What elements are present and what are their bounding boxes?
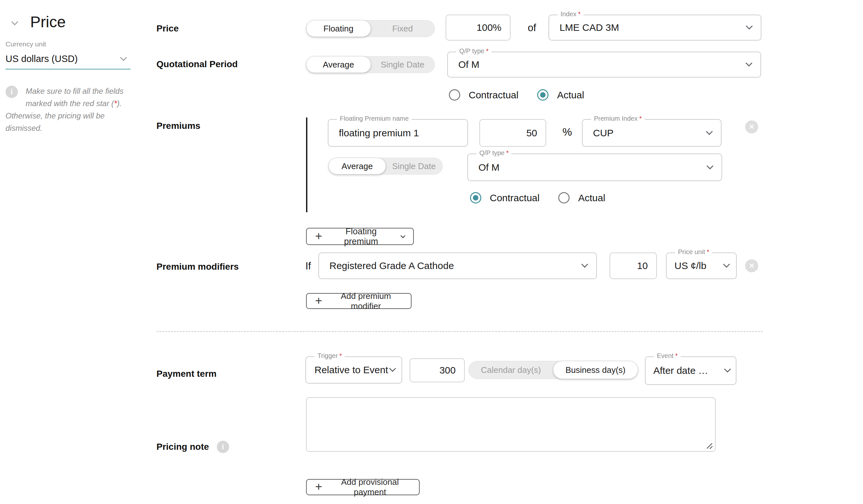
- premium-qp-mode-toggle: Average Single Date: [328, 158, 443, 175]
- event-select-label: Event*: [654, 352, 680, 360]
- textarea-resize-handle-icon[interactable]: [704, 440, 713, 449]
- chevron-down-icon: [400, 233, 405, 238]
- section-divider: [157, 331, 763, 332]
- payment-days-input[interactable]: [410, 358, 465, 382]
- add-provisional-payment-button[interactable]: + Add provisional payment: [306, 479, 420, 495]
- chevron-down-icon: [706, 162, 713, 169]
- radio-contractual[interactable]: Contractual: [449, 89, 518, 101]
- currency-unit-value: US dollars (USD): [5, 53, 78, 64]
- price-percent-input[interactable]: [446, 15, 511, 40]
- remove-modifier-icon[interactable]: ✕: [745, 259, 758, 272]
- chevron-down-icon: [581, 261, 588, 268]
- qp-type-select-label: Q/P type*: [456, 47, 491, 55]
- premium-group-divider: [306, 117, 307, 212]
- info-icon[interactable]: i: [217, 441, 229, 453]
- premium-qp-type-select-label: Q/P type*: [476, 149, 512, 157]
- add-floating-premium-button[interactable]: + Floating premium: [306, 228, 414, 245]
- qp-basis-radio-group: Contractual Actual: [449, 89, 584, 101]
- radio-actual-circle: [558, 192, 570, 203]
- radio-actual[interactable]: Actual: [558, 192, 605, 203]
- percent-sign: %: [562, 126, 572, 138]
- toggle-option-calendar-days[interactable]: Calendar day(s): [469, 361, 553, 379]
- premium-percent-input[interactable]: [479, 119, 546, 147]
- chevron-down-icon: [746, 23, 753, 29]
- toggle-option-average[interactable]: Average: [329, 158, 386, 174]
- toggle-option-fixed[interactable]: Fixed: [371, 21, 435, 37]
- premium-index-select[interactable]: Premium Index* CUP: [582, 119, 722, 147]
- chevron-down-icon: [746, 60, 752, 66]
- note-text: Make sure to fill all the fields marked …: [5, 87, 123, 133]
- chevron-down-icon: [706, 128, 713, 135]
- premium-index-select-label: Premium Index*: [591, 115, 645, 122]
- premiums-row-label: Premiums: [157, 121, 200, 131]
- modifier-value-input[interactable]: [610, 252, 657, 279]
- radio-actual-circle: [537, 89, 549, 101]
- trigger-select-label: Trigger*: [314, 352, 345, 360]
- premium-modifiers-row-label: Premium modifiers: [157, 262, 239, 272]
- required-fields-note: i Make sure to fill all the fields marke…: [5, 85, 125, 134]
- event-select[interactable]: Event* After date of d...: [645, 356, 736, 385]
- of-text: of: [528, 22, 536, 34]
- radio-contractual[interactable]: Contractual: [470, 192, 539, 203]
- chevron-down-icon: [724, 366, 731, 373]
- if-text: If: [305, 260, 311, 272]
- trigger-select[interactable]: Trigger* Relative to Event: [305, 356, 402, 383]
- quotational-period-row-label: Quotational Period: [157, 59, 238, 70]
- premium-basis-radio-group: Contractual Actual: [470, 192, 605, 203]
- collapse-section-icon[interactable]: [11, 18, 18, 25]
- currency-unit-select[interactable]: US dollars (USD): [5, 49, 130, 70]
- pricing-note-textarea[interactable]: [306, 397, 716, 452]
- toggle-option-floating[interactable]: Floating: [307, 21, 371, 37]
- remove-premium-icon[interactable]: ✕: [745, 121, 758, 134]
- radio-contractual-circle: [449, 89, 460, 101]
- day-type-toggle: Calendar day(s) Business day(s): [468, 361, 638, 379]
- plus-icon: +: [315, 230, 322, 242]
- plus-icon: +: [315, 295, 322, 307]
- price-row-label: Price: [157, 23, 179, 34]
- index-select-label: Index*: [558, 10, 584, 18]
- toggle-option-business-days[interactable]: Business day(s): [553, 361, 638, 379]
- info-icon: i: [5, 86, 18, 98]
- floating-premium-name-field[interactable]: Floating Premium name floating premium 1: [328, 119, 468, 147]
- payment-term-row-label: Payment term: [157, 369, 216, 379]
- chevron-down-icon: [389, 365, 396, 372]
- toggle-option-single-date[interactable]: Single Date: [371, 56, 435, 73]
- floating-premium-name-label: Floating Premium name: [337, 115, 412, 122]
- pricing-form-page: Price Currency unit US dollars (USD) i M…: [0, 0, 863, 504]
- price-unit-select[interactable]: Price unit* US ¢/lb: [666, 252, 737, 279]
- premium-qp-type-select[interactable]: Q/P type* Of M: [467, 153, 722, 181]
- toggle-option-single-date[interactable]: Single Date: [386, 158, 442, 174]
- toggle-option-average[interactable]: Average: [307, 56, 371, 73]
- pricing-note-row-label: Pricing note i: [157, 441, 229, 453]
- radio-contractual-circle: [470, 192, 481, 203]
- price-unit-select-label: Price unit*: [675, 248, 712, 256]
- add-premium-modifier-button[interactable]: + Add premium modifier: [306, 293, 412, 309]
- section-title: Price: [30, 13, 65, 31]
- chevron-down-icon: [120, 54, 127, 61]
- qp-type-select[interactable]: Q/P type* Of M: [447, 52, 761, 78]
- chevron-down-icon: [723, 261, 730, 268]
- plus-icon: +: [315, 481, 322, 493]
- qp-mode-toggle: Average Single Date: [306, 56, 435, 73]
- radio-actual[interactable]: Actual: [537, 89, 584, 101]
- price-type-toggle: Floating Fixed: [306, 20, 435, 37]
- index-select[interactable]: Index* LME CAD 3M: [549, 15, 761, 40]
- currency-unit-label: Currency unit: [5, 40, 46, 48]
- modifier-condition-select[interactable]: Registered Grade A Cathode: [318, 252, 597, 279]
